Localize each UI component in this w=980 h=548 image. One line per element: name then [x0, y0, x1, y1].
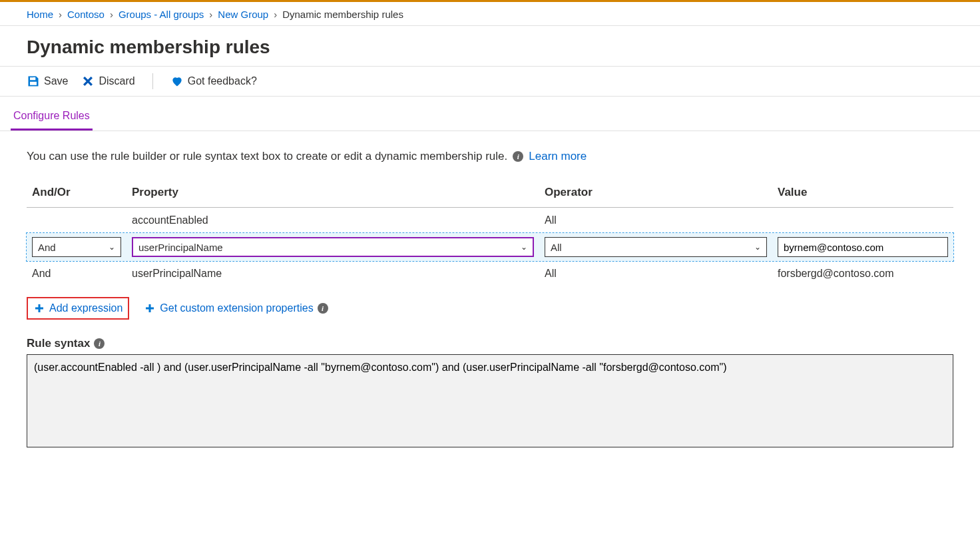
save-icon [27, 75, 40, 88]
info-icon[interactable]: i [318, 303, 328, 314]
info-icon[interactable]: i [94, 338, 105, 349]
learn-more-link[interactable]: Learn more [529, 150, 587, 163]
cell-operator: All [539, 208, 772, 234]
page-title: Dynamic membership rules [0, 26, 980, 66]
discard-button[interactable]: Discard [81, 75, 134, 88]
chevron-down-icon: ⌄ [754, 242, 761, 252]
operator-value: All [551, 242, 562, 253]
rules-table: And/Or Property Operator Value accountEn… [27, 179, 953, 286]
rule-syntax-text: Rule syntax [27, 337, 90, 350]
breadcrumb-sep: › [59, 9, 62, 20]
rule-syntax-label: Rule syntax i [27, 337, 953, 350]
toolbar-separator [152, 73, 153, 89]
header-operator: Operator [539, 179, 772, 208]
andor-dropdown[interactable]: And ⌄ [32, 237, 121, 257]
operator-dropdown[interactable]: All ⌄ [545, 237, 767, 257]
breadcrumb-link-home[interactable]: Home [27, 9, 53, 20]
rule-syntax-textarea[interactable] [27, 354, 953, 447]
info-icon[interactable]: i [513, 151, 523, 162]
feedback-button[interactable]: Got feedback? [170, 75, 257, 88]
feedback-label: Got feedback? [188, 75, 257, 87]
intro-text: You can use the rule builder or rule syn… [27, 150, 953, 163]
save-label: Save [44, 75, 68, 87]
close-icon [81, 75, 95, 88]
tab-configure-rules[interactable]: Configure Rules [11, 105, 93, 131]
content-area: You can use the rule builder or rule syn… [0, 131, 980, 468]
breadcrumb-current: Dynamic membership rules [282, 9, 403, 20]
svg-rect-0 [33, 77, 35, 79]
plus-icon [144, 302, 156, 314]
cell-andor: And [27, 261, 126, 286]
add-expression-label: Add expression [49, 302, 122, 314]
value-input[interactable] [778, 237, 948, 257]
cell-andor [27, 208, 126, 234]
add-expression-button[interactable]: Add expression [27, 297, 129, 320]
cell-property: accountEnabled [126, 208, 539, 234]
plus-icon [33, 302, 45, 314]
breadcrumb-sep: › [274, 9, 277, 20]
breadcrumb-link-groups[interactable]: Groups - All groups [119, 9, 204, 20]
breadcrumb-sep: › [110, 9, 113, 20]
get-custom-label: Get custom extension properties [160, 302, 313, 314]
table-row: And userPrincipalName All forsbergd@cont… [27, 261, 953, 286]
get-custom-properties-button[interactable]: Get custom extension properties i [138, 298, 333, 318]
breadcrumb-sep: › [209, 9, 212, 20]
action-row: Add expression Get custom extension prop… [27, 297, 953, 320]
chevron-down-icon: ⌄ [109, 242, 115, 252]
table-row: accountEnabled All [27, 208, 953, 234]
header-value: Value [772, 179, 953, 208]
header-andor: And/Or [27, 179, 126, 208]
tab-bar: Configure Rules [0, 97, 980, 131]
property-value: userPrincipalName [138, 242, 223, 253]
table-row-active: And ⌄ userPrincipalName ⌄ All ⌄ [27, 233, 953, 261]
cell-property: userPrincipalName [126, 261, 539, 286]
cell-value [772, 208, 953, 234]
toolbar: Save Discard Got feedback? [0, 66, 980, 97]
breadcrumb-link-newgroup[interactable]: New Group [218, 9, 268, 20]
cell-value: forsbergd@contoso.com [772, 261, 953, 286]
heart-icon [170, 75, 184, 88]
discard-label: Discard [99, 75, 134, 87]
chevron-down-icon: ⌄ [521, 242, 527, 252]
property-dropdown[interactable]: userPrincipalName ⌄ [132, 237, 534, 257]
save-button[interactable]: Save [27, 75, 68, 88]
andor-value: And [38, 242, 56, 253]
intro-message: You can use the rule builder or rule syn… [27, 150, 507, 163]
header-property: Property [126, 179, 539, 208]
breadcrumb: Home › Contoso › Groups - All groups › N… [0, 2, 980, 26]
breadcrumb-link-contoso[interactable]: Contoso [67, 9, 105, 20]
cell-operator: All [539, 261, 772, 286]
